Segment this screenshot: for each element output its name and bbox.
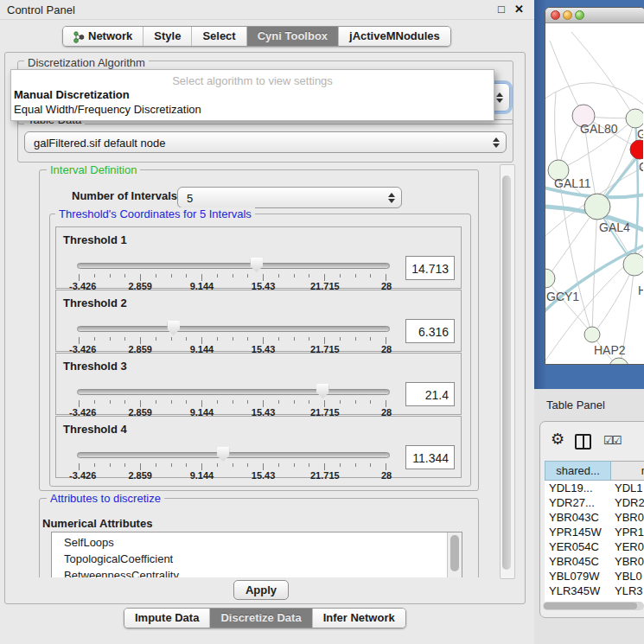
network-node[interactable] (623, 253, 643, 276)
column-header-name[interactable]: n (611, 461, 644, 481)
settings-scrollbar[interactable] (500, 164, 515, 579)
select-columns-icon[interactable]: ☑☑ (603, 434, 620, 447)
tab-style[interactable]: Style (143, 27, 191, 46)
gear-icon[interactable]: ⚙ (551, 430, 564, 449)
slider-track[interactable] (77, 452, 390, 458)
node-table: shared... n YDL19...YDL1YDR27...YDR2YBR0… (545, 461, 644, 604)
tab-discretize-data[interactable]: Discretize Data (209, 609, 311, 628)
table-rows: YDL19...YDL1YDR27...YDR2YBR043CYBR0YPR14… (545, 481, 644, 604)
threshold-value-box[interactable]: 21.4 (405, 382, 455, 406)
combo-arrows-icon (494, 91, 504, 105)
slider-track[interactable] (77, 263, 390, 269)
table-panel-title: Table Panel (546, 399, 605, 411)
attributes-list-scrollbar[interactable] (447, 532, 462, 577)
threshold-slider: -3.4262.8599.14415.4321.71528 (77, 446, 388, 475)
control-panel-titlebar: Control Panel □ ✕ (0, 0, 534, 20)
slider-track[interactable] (77, 326, 390, 332)
attributes-group-title: Attributes to discretize (47, 492, 164, 505)
slider-thumb[interactable] (217, 447, 230, 462)
table-row[interactable]: YPR145WYPR1 (545, 525, 644, 539)
numerical-attributes-label: Numerical Attributes (42, 517, 152, 530)
network-node[interactable] (545, 269, 555, 288)
network-icon (73, 30, 85, 42)
table-horizontal-scrollbar[interactable] (543, 602, 644, 610)
split-columns-icon[interactable] (575, 434, 591, 450)
table-panel-card: ⚙ ☑☑ shared... n YDL19...YDL1YDR27...YDR… (539, 421, 644, 618)
threshold-panel: Threshold 4 -3.4262.8599.14415.4321.7152… (55, 416, 462, 478)
tab-cyni-toolbox-label: Cyni Toolbox (258, 27, 328, 46)
threshold-label: Threshold 3 (63, 360, 127, 373)
table-row[interactable]: YDL19...YDL1 (545, 481, 644, 495)
interval-definition-group-title: Interval Definition (47, 164, 140, 176)
number-of-intervals-label: Number of Intervals (72, 189, 177, 202)
tab-network[interactable]: Network (63, 27, 143, 46)
network-node-label: C (639, 160, 643, 174)
threshold-panel: Threshold 3 -3.4262.8599.14415.4321.7152… (55, 353, 462, 415)
network-node[interactable] (584, 194, 610, 220)
network-node[interactable] (609, 358, 628, 364)
threshold-label: Threshold 2 (63, 296, 127, 309)
tab-cyni-toolbox[interactable]: Cyni Toolbox (246, 27, 338, 46)
network-node[interactable] (626, 109, 643, 128)
interval-definition-group: Interval Definition Number of Intervals … (39, 169, 479, 491)
attribute-item[interactable]: SelfLoops (52, 534, 447, 551)
attribute-item[interactable]: BetweennessCentrality (52, 567, 447, 577)
minimize-traffic-light-icon[interactable] (563, 10, 572, 20)
tab-network-label: Network (88, 27, 132, 46)
threshold-panel: Threshold 1 -3.4262.8599.14415.4321.7152… (55, 226, 462, 289)
thresholds-group: Threshold's Coordinates for 5 Intervals … (49, 214, 471, 487)
settings-viewport: Interval Definition Number of Intervals … (10, 164, 500, 577)
tab-impute-data[interactable]: Impute Data (124, 609, 209, 628)
table-row[interactable]: YBL079WYBL0 (545, 569, 644, 583)
slider-thumb[interactable] (316, 384, 329, 399)
threshold-value-box[interactable]: 11.344 (405, 445, 455, 469)
table-row[interactable]: YBR045CYBR0 (545, 554, 644, 569)
settings-scrollbar-thumb[interactable] (502, 175, 511, 570)
cyni-bottom-tabbar: Impute Data Discretize Data Infer Networ… (124, 608, 406, 628)
tab-infer-network-label: Infer Network (323, 609, 395, 628)
table-row[interactable]: YDR27...YDR2 (545, 495, 644, 510)
option-manual-discretization[interactable]: Manual Discretization (14, 88, 130, 101)
network-view-window[interactable]: GAL80GACGAL11GAL4GCY1HHAP2 (545, 7, 644, 365)
table-data-combobox[interactable]: galFiltered.sif default node (24, 131, 507, 153)
threshold-value-box[interactable]: 14.713 (405, 256, 455, 280)
tab-select[interactable]: Select (191, 27, 245, 46)
slider-thumb[interactable] (167, 321, 180, 335)
apply-button[interactable]: Apply (233, 580, 289, 600)
network-node[interactable] (630, 140, 643, 159)
network-node-label: GA (637, 127, 643, 141)
combo-arrows-icon (386, 191, 396, 205)
threshold-slider: -3.4262.8599.14415.4321.71528 (77, 320, 388, 349)
threshold-slider: -3.4262.8599.14415.4321.71528 (77, 257, 388, 286)
network-canvas[interactable]: GAL80GACGAL11GAL4GCY1HHAP2 (545, 23, 643, 364)
screen: Control Panel □ ✕ Network Style Select (0, 0, 644, 644)
table-data-combobox-value: galFiltered.sif default node (34, 136, 165, 149)
attributes-group: Attributes to discretize Numerical Attri… (39, 498, 479, 577)
table-horizontal-scrollbar-thumb[interactable] (544, 603, 637, 609)
table-row[interactable]: YER054CYER0 (545, 539, 644, 554)
option-equal-width-frequency[interactable]: Equal Width/Frequency Discretization (14, 103, 201, 116)
control-panel-title: Control Panel (7, 3, 75, 16)
algorithm-placeholder-option[interactable]: Select algorithm to view settings (11, 74, 494, 87)
slider-track[interactable] (77, 389, 390, 395)
threshold-slider: -3.4262.8599.14415.4321.71528 (77, 383, 388, 412)
table-row[interactable]: YLR345WYLR3 (545, 583, 644, 598)
algorithm-dropdown-popup: Select algorithm to view settings Manual… (10, 69, 494, 121)
zoom-traffic-light-icon[interactable] (575, 10, 584, 20)
close-traffic-light-icon[interactable] (551, 10, 560, 20)
tab-infer-network[interactable]: Infer Network (312, 609, 405, 628)
attribute-item[interactable]: TopologicalCoefficient (52, 551, 447, 567)
table-row[interactable]: YBR043CYBR0 (545, 510, 644, 525)
network-node-label: GCY1 (546, 290, 579, 303)
tab-style-label: Style (154, 27, 181, 46)
slider-thumb[interactable] (250, 258, 263, 272)
network-window-titlebar[interactable] (545, 8, 644, 23)
tab-jactivemnodules[interactable]: jActiveMNodules (338, 27, 450, 46)
number-of-intervals-combobox[interactable]: 5 (177, 187, 402, 208)
column-header-shared-name[interactable]: shared... (545, 461, 611, 481)
close-window-icon[interactable]: ✕ (514, 3, 524, 16)
network-node-label: H (638, 284, 643, 297)
threshold-value-box[interactable]: 6.316 (405, 319, 455, 343)
float-window-icon[interactable]: □ (498, 3, 505, 16)
network-node[interactable] (584, 327, 600, 342)
